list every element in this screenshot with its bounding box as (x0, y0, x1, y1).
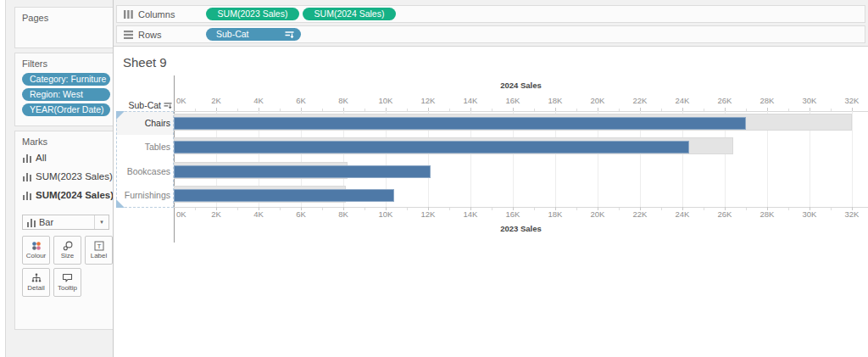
x-tick-label: 2K (211, 96, 221, 105)
bar-2023-bookcases[interactable] (174, 165, 431, 178)
row-band-bookcases (174, 159, 868, 183)
selection-handle-top-left[interactable] (116, 111, 125, 120)
bar-chart-icon (23, 191, 31, 200)
bar-chart-icon (23, 153, 31, 163)
x-tick-label: 4K (253, 96, 264, 105)
label-button[interactable]: T Label (85, 236, 113, 265)
mark-type-value: Bar (39, 217, 94, 227)
x-tick-label: 28K (760, 96, 775, 105)
tooltip-button[interactable]: Tooltip (53, 268, 81, 297)
marks-title: Marks (15, 131, 115, 148)
rows-icon (124, 31, 133, 39)
x-tick-label: 12K (421, 96, 436, 105)
marks-item-sum-2023[interactable]: SUM(2023 Sales) (15, 167, 115, 186)
x-tick-label: 32K (845, 96, 860, 105)
filter-pill-category[interactable]: Category: Furniture (22, 73, 110, 86)
x-tick-label: 0K (176, 96, 186, 105)
x-tick-label: 2K (211, 209, 221, 219)
columns-shelf-label: Columns (138, 9, 206, 20)
x-tick-label: 18K (548, 209, 563, 219)
filters-shelf[interactable]: Filters Category: Furniture Region: West… (14, 53, 116, 126)
columns-icon (124, 10, 133, 19)
filter-pill-order-date[interactable]: YEAR(Order Date) (22, 103, 110, 116)
plot-area[interactable] (174, 111, 868, 207)
x-tick-label: 28K (760, 209, 775, 219)
size-icon (63, 241, 73, 251)
detail-button[interactable]: Detail (22, 268, 50, 297)
label-icon: T (94, 241, 104, 251)
shelf-area: Columns SUM(2023 Sales) SUM(2024 Sales) … (114, 0, 868, 46)
marks-item-label: All (36, 153, 47, 163)
x-tick-label: 26K (718, 209, 732, 219)
size-button-label: Size (61, 253, 75, 259)
x-tick-label: 6K (296, 96, 306, 105)
x-tick-label: 30K (803, 96, 817, 105)
bar-chart-icon (27, 218, 36, 227)
pill-sum-2024-sales[interactable]: SUM(2024 Sales) (303, 8, 396, 20)
x-tick-label: 30K (803, 209, 817, 219)
chevron-down-icon[interactable]: ▾ (94, 215, 108, 229)
sort-descending-icon[interactable] (164, 102, 172, 109)
tooltip-icon (62, 273, 73, 283)
marks-item-sum-2024[interactable]: SUM(2024 Sales) (15, 186, 115, 204)
rows-shelf[interactable]: Rows Sub-Cat (116, 25, 865, 43)
x-tick-label: 18K (548, 96, 563, 105)
tooltip-button-label: Tooltip (58, 285, 77, 292)
tableau-window: Pages Filters Category: Furniture Region… (0, 0, 868, 357)
x-tick-label: 22K (633, 209, 648, 219)
sort-descending-icon[interactable] (285, 31, 294, 39)
top-axis-tick-labels[interactable]: 0K2K4K6K8K10K12K14K16K18K20K22K24K26K28K… (174, 96, 868, 106)
pill-sum-2023-sales[interactable]: SUM(2023 Sales) (206, 8, 299, 20)
svg-text:T: T (97, 243, 101, 250)
x-tick-label: 14K (464, 209, 478, 219)
x-tick-label: 24K (676, 209, 690, 219)
bar-2023-chairs[interactable] (174, 117, 746, 130)
sheet-title: Sheet 9 (123, 55, 167, 70)
filters-title: Filters (15, 53, 115, 70)
row-band-tables (174, 135, 868, 159)
filter-pill-region[interactable]: Region: West (22, 88, 110, 101)
bottom-axis-tick-labels[interactable]: 0K2K4K6K8K10K12K14K16K18K20K22K24K26K28K… (174, 209, 868, 220)
detail-button-label: Detail (27, 285, 44, 292)
columns-shelf[interactable]: Columns SUM(2023 Sales) SUM(2024 Sales) (116, 5, 865, 23)
marks-item-label: SUM(2023 Sales) (36, 171, 113, 181)
collapsed-pane-edge (0, 0, 6, 357)
header-selection-outline (116, 111, 174, 208)
top-axis-title: 2024 Sales (174, 81, 868, 90)
label-button-label: Label (91, 253, 108, 259)
mark-type-dropdown[interactable]: Bar ▾ (22, 215, 109, 230)
bar-chart-icon (23, 172, 31, 181)
marks-item-all[interactable]: All (15, 148, 115, 167)
x-tick-label: 14K (464, 96, 478, 105)
x-tick-label: 10K (379, 209, 393, 219)
x-tick-label: 8K (338, 96, 348, 105)
rows-shelf-label: Rows (138, 30, 206, 40)
x-tick-label: 6K (296, 209, 306, 219)
selection-handle-bottom-left[interactable] (116, 199, 125, 208)
colour-icon (31, 241, 42, 251)
bar-2023-furnishings[interactable] (174, 189, 394, 202)
row-field-header[interactable]: Sub-Cat (116, 99, 172, 111)
x-tick-label: 12K (421, 209, 436, 219)
x-tick-label: 22K (633, 96, 648, 105)
x-tick-label: 8K (338, 209, 348, 219)
pill-sub-cat[interactable]: Sub-Cat (206, 28, 301, 41)
marks-item-label: SUM(2024 Sales) (36, 190, 114, 200)
x-tick-label: 16K (506, 209, 520, 219)
colour-button[interactable]: Colour (22, 236, 50, 265)
size-button[interactable]: Size (53, 236, 81, 265)
x-tick-label: 16K (506, 96, 520, 105)
x-tick-label: 0K (176, 209, 186, 219)
bottom-axis-title: 2023 Sales (174, 224, 868, 233)
x-tick-label: 24K (676, 96, 690, 105)
pill-sub-cat-label: Sub-Cat (216, 28, 249, 41)
bar-2023-tables[interactable] (174, 141, 689, 153)
x-tick-label: 10K (379, 96, 393, 105)
colour-button-label: Colour (26, 253, 47, 259)
pages-shelf[interactable]: Pages (14, 7, 116, 48)
pages-title: Pages (15, 8, 115, 25)
x-tick-label: 4K (253, 209, 264, 219)
row-band-chairs (174, 111, 868, 135)
row-band-furnishings (174, 183, 868, 207)
worksheet: Sheet 9 2024 Sales 0K2K4K6K8K10K12K14K16… (114, 46, 868, 357)
